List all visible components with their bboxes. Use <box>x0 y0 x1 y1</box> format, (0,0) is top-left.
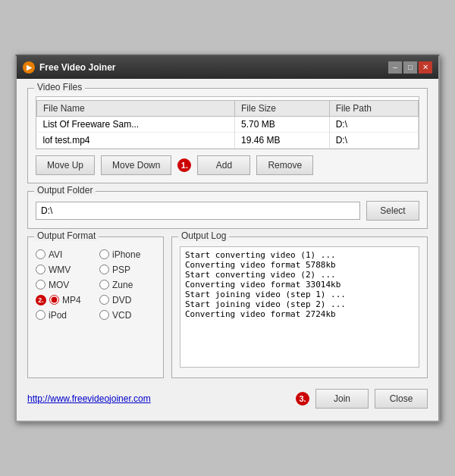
radio-zune[interactable] <box>99 280 109 290</box>
window-title: Free Video Joiner <box>39 62 115 73</box>
join-button[interactable]: Join <box>315 389 369 409</box>
format-options: AVI iPhone WMV PSP <box>36 249 155 321</box>
col-filename: File Name <box>37 100 235 116</box>
step1-badge: 1. <box>177 158 191 172</box>
radio-mov[interactable] <box>36 280 46 290</box>
radio-mp4[interactable] <box>49 295 59 305</box>
file-path-0: D:\ <box>329 116 418 132</box>
format-dvd: DVD <box>99 295 155 305</box>
label-iphone: iPhone <box>112 249 140 260</box>
label-avi: AVI <box>49 249 62 260</box>
radio-dvd[interactable] <box>99 295 109 305</box>
window-content: Video Files File Name File Size File Pat… <box>17 79 438 421</box>
format-vcd: VCD <box>99 310 155 321</box>
format-iphone: iPhone <box>99 249 155 260</box>
label-mov: MOV <box>49 280 69 290</box>
bottom-buttons: 3. Join Close <box>296 389 428 409</box>
file-path-1: D:\ <box>329 132 418 148</box>
radio-vcd[interactable] <box>99 310 109 320</box>
step3-badge: 3. <box>296 392 309 406</box>
col-filesize: File Size <box>235 100 330 116</box>
output-log-group: Output Log Start converting video (1) ..… <box>171 236 428 378</box>
output-folder-row: Select <box>36 201 419 221</box>
website-link[interactable]: http://www.freevideojoiner.com <box>27 393 151 404</box>
output-log-label: Output Log <box>178 230 229 241</box>
output-format-label: Output Format <box>34 230 99 241</box>
close-button[interactable]: Close <box>375 389 428 409</box>
video-files-label: Video Files <box>34 82 85 92</box>
app-icon: ▶ <box>23 61 35 74</box>
file-size-0: 5.70 MB <box>235 116 330 132</box>
move-up-button[interactable]: Move Up <box>36 155 95 175</box>
main-window: ▶ Free Video Joiner – □ ✕ Video Files Fi… <box>15 55 440 422</box>
title-bar-buttons: – □ ✕ <box>388 61 432 74</box>
label-zune: Zune <box>112 280 133 290</box>
radio-wmv[interactable] <box>36 265 46 274</box>
file-name-1: lof test.mp4 <box>37 132 235 148</box>
minimize-button[interactable]: – <box>388 61 402 74</box>
radio-iphone[interactable] <box>99 249 109 259</box>
title-bar: ▶ Free Video Joiner – □ ✕ <box>17 56 438 79</box>
select-button[interactable]: Select <box>366 201 419 221</box>
format-zune: Zune <box>99 280 155 290</box>
label-psp: PSP <box>112 265 130 275</box>
file-size-1: 19.46 MB <box>235 132 330 148</box>
output-folder-label: Output Folder <box>34 185 96 196</box>
radio-avi[interactable] <box>36 249 46 259</box>
maximize-button[interactable]: □ <box>403 61 417 74</box>
label-wmv: WMV <box>49 265 71 275</box>
title-bar-left: ▶ Free Video Joiner <box>23 61 115 74</box>
label-ipod: iPod <box>49 310 67 321</box>
folder-path-input[interactable] <box>36 202 360 220</box>
file-buttons-row: Move Up Move Down 1. Add Remove <box>36 155 419 175</box>
format-ipod: iPod <box>36 310 92 321</box>
format-mov: MOV <box>36 280 92 290</box>
file-table: File Name File Size File Path List Of Fr… <box>36 100 419 149</box>
label-vcd: VCD <box>112 310 131 321</box>
radio-ipod[interactable] <box>36 310 46 320</box>
remove-button[interactable]: Remove <box>256 155 313 175</box>
table-row[interactable]: lof test.mp4 19.46 MB D:\ <box>37 132 419 148</box>
move-down-button[interactable]: Move Down <box>101 155 171 175</box>
step2-badge: 2. <box>36 295 46 305</box>
add-button[interactable]: Add <box>197 155 250 175</box>
file-table-container: File Name File Size File Path List Of Fr… <box>36 96 419 149</box>
output-folder-group: Output Folder Select <box>27 191 428 229</box>
label-dvd: DVD <box>112 295 131 305</box>
radio-psp[interactable] <box>99 265 109 274</box>
file-name-0: List Of Freeware Sam... <box>37 116 235 132</box>
format-wmv: WMV <box>36 265 92 275</box>
bottom-row: http://www.freevideojoiner.com 3. Join C… <box>27 386 428 412</box>
format-psp: PSP <box>99 265 155 275</box>
output-log-textarea[interactable]: Start converting video (1) ... Convertin… <box>180 246 419 368</box>
video-files-group: Video Files File Name File Size File Pat… <box>27 88 428 183</box>
format-mp4: 2. MP4 <box>36 295 92 305</box>
label-mp4: MP4 <box>62 295 81 305</box>
format-avi: AVI <box>36 249 92 260</box>
lower-section: Output Format AVI iPhone WMV <box>27 236 428 378</box>
output-format-group: Output Format AVI iPhone WMV <box>27 236 164 378</box>
close-window-button[interactable]: ✕ <box>419 61 432 74</box>
table-row[interactable]: List Of Freeware Sam... 5.70 MB D:\ <box>37 116 419 132</box>
col-filepath: File Path <box>329 100 418 116</box>
